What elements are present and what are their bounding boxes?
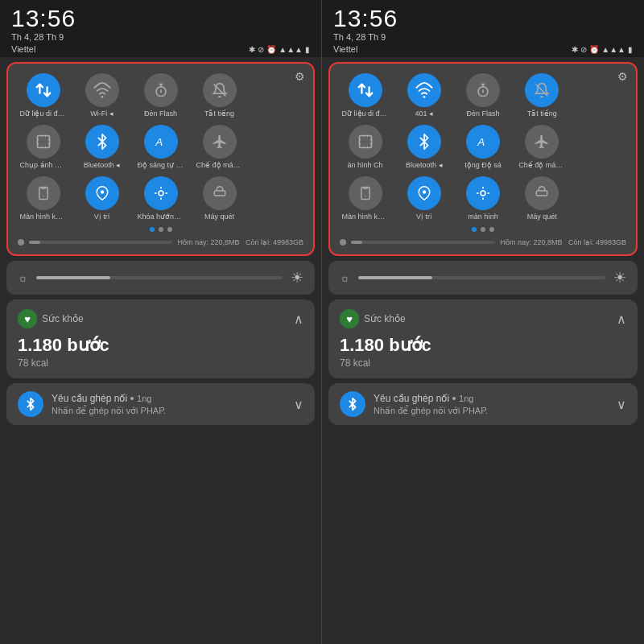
toggle-item-1[interactable]: 401 ◂ [395,73,452,118]
toggle-icon-r3-1 [85,176,119,210]
silent-icon: ⊘ [258,45,264,54]
toggle-item-r2-0[interactable]: Chụp ảnh màn h [14,125,72,170]
pagination-dot [150,227,155,232]
toggle-label-r2-1: Bluetooth ◂ [84,161,121,170]
toggle-item-r2-0[interactable]: àn hình Ch [336,125,394,170]
signal-icon: ▲▲▲ [279,45,303,54]
toggle-item-r2-1[interactable]: Bluetooth ◂ [395,125,452,170]
toggle-icon-r2-1 [85,125,119,159]
toggle-icon-1 [85,73,119,107]
health-card-chevron[interactable]: ∧ [617,312,626,327]
pagination-dot [167,227,172,232]
toggle-icon-r3-0 [349,176,382,210]
data-remaining: Còn lại: 49983GB [246,238,303,246]
health-card: ♥Sức khỏe∧1.180 bước78 kcal [6,299,315,378]
brightness-slider[interactable] [36,276,283,279]
health-title: Sức khỏe [42,313,84,324]
pagination-dot [472,227,477,232]
settings-gear-icon[interactable]: ⚙ [295,70,305,83]
health-card-header: ♥Sức khỏe∧ [18,309,303,328]
toggle-row-1: Dữ liệu di động401 ◂Đèn FlashTắt tiếng [336,73,630,118]
data-usage-bar: Hôm nay: 220,8MB Còn lại: 49983GB [336,238,630,246]
toggle-item-0[interactable]: Dữ liệu di động [14,73,72,118]
health-steps: 1.180 bước [18,335,303,356]
toggle-item-r3-3[interactable]: Máy quét [191,176,248,221]
data-bar-fill [29,241,40,244]
toggle-item-r2-2[interactable]: AĐộ sáng tự động [132,125,189,170]
toggle-row-2: Chụp ảnh màn hBluetooth ◂AĐộ sáng tự độn… [14,125,307,170]
toggle-item-r3-2[interactable]: Khóa hướng mà [132,176,189,221]
health-title-row: ♥Sức khỏe [340,309,406,328]
pagination-dot [159,227,163,232]
toggle-item-1[interactable]: Wi-Fi ◂ [73,73,130,118]
toggle-item-3[interactable]: Tắt tiếng [514,73,571,118]
toggle-item-2[interactable]: Đèn Flash [132,73,189,118]
toggle-label-r2-2: tộng Độ sá [464,161,502,170]
signal-icon: ▲▲▲ [601,45,625,54]
bt-request-desc: Nhấn để ghép nối với PHAP. [374,406,609,416]
status-time: 13:56 [333,6,633,31]
health-title-row: ♥Sức khỏe [18,309,84,328]
toggle-item-r3-1[interactable]: Vị trí [73,176,130,221]
toggle-label-r3-0: Màn hình khóa [342,213,389,221]
phone-panel-right: 13:56Th 4, 28 Th 9Viettel✱ ⊘ ⏰ ▲▲▲ ▮⚙Dữ … [322,0,644,644]
toggle-icon-0 [349,73,382,107]
battery-icon: ▮ [305,45,310,54]
toggle-label-r3-1: Vị trí [94,213,110,221]
health-steps: 1.180 bước [340,335,626,356]
bluetooth-request-card[interactable]: Yêu cầu ghép nối1ngNhấn để ghép nối với … [6,383,315,425]
toggle-item-r2-3[interactable]: Chế độ máy bay [191,125,248,170]
toggle-item-r2-1[interactable]: Bluetooth ◂ [73,125,130,170]
toggle-row-2: àn hình ChBluetooth ◂Atộng Độ sáChế độ m… [336,125,630,170]
brightness-high-icon: ☀ [613,269,626,287]
toggle-label-r3-0: Màn hình khóa [20,213,67,221]
data-today: Hôm nay: 220,8MB [500,238,562,246]
heart-icon: ♥ [340,309,359,328]
toggle-item-0[interactable]: Dữ liệu di động [336,73,394,118]
toggle-item-2[interactable]: Đèn Flash [454,73,511,118]
toggle-icon-r3-0 [27,176,60,210]
bt-request-content: Yêu cầu ghép nối1ngNhấn để ghép nối với … [52,393,286,416]
toggle-icon-r2-2: A [466,125,500,159]
health-calories: 78 kcal [18,357,303,369]
toggle-label-r3-1: Vị trí [416,213,432,221]
brightness-slider[interactable] [358,276,605,279]
settings-gear-icon[interactable]: ⚙ [617,70,628,83]
bt-request-icon [18,391,43,417]
toggle-item-r2-3[interactable]: Chế độ máy bay [514,125,571,170]
toggle-item-3[interactable]: Tắt tiếng [191,73,248,118]
toggle-label-r3-3: Máy quét [204,213,234,221]
brightness-low-icon: ☼ [18,271,28,284]
toggle-icon-2 [466,73,500,107]
pagination-dot [489,227,494,232]
status-bar: 13:56Th 4, 28 Th 9Viettel✱ ⊘ ⏰ ▲▲▲ ▮ [322,0,644,57]
pagination-dots [336,227,630,232]
data-bar [351,241,495,244]
status-time: 13:56 [11,6,310,31]
toggle-label-r3-2: Khóa hướng mà [138,213,184,221]
brightness-fill [358,276,432,279]
pagination-dots [14,227,307,232]
status-row: Viettel✱ ⊘ ⏰ ▲▲▲ ▮ [333,44,633,54]
toggle-row-3: Màn hình khóaVị tríKhóa hướng màMáy quét [14,176,307,221]
toggle-icon-r3-1 [407,176,441,210]
bt-separator-dot [452,397,456,400]
bluetooth-request-card[interactable]: Yêu cầu ghép nối1ngNhấn để ghép nối với … [328,383,638,425]
toggle-item-r3-2[interactable]: màn hình [454,176,511,221]
toggle-item-r3-0[interactable]: Màn hình khóa [14,176,72,221]
brightness-row: ☼ ☀ [6,261,315,295]
quick-settings-panel: ⚙Dữ liệu di độngWi-Fi ◂Đèn FlashTắt tiến… [6,62,315,256]
data-bar-fill [351,241,362,244]
toggle-icon-r2-2: A [144,125,178,159]
brightness-fill [36,276,110,279]
toggle-item-r3-1[interactable]: Vị trí [395,176,452,221]
toggle-item-r3-3[interactable]: Máy quét [514,176,571,221]
brightness-low-icon: ☼ [340,271,350,284]
toggle-label-r3-2: màn hình [468,213,498,221]
toggle-item-r2-2[interactable]: Atộng Độ sá [454,125,511,170]
status-row: Viettel✱ ⊘ ⏰ ▲▲▲ ▮ [11,44,310,54]
toggle-icon-r2-0 [349,125,382,159]
health-card-chevron[interactable]: ∧ [294,312,303,327]
toggle-icon-r2-3 [203,125,237,159]
toggle-item-r3-0[interactable]: Màn hình khóa [336,176,394,221]
